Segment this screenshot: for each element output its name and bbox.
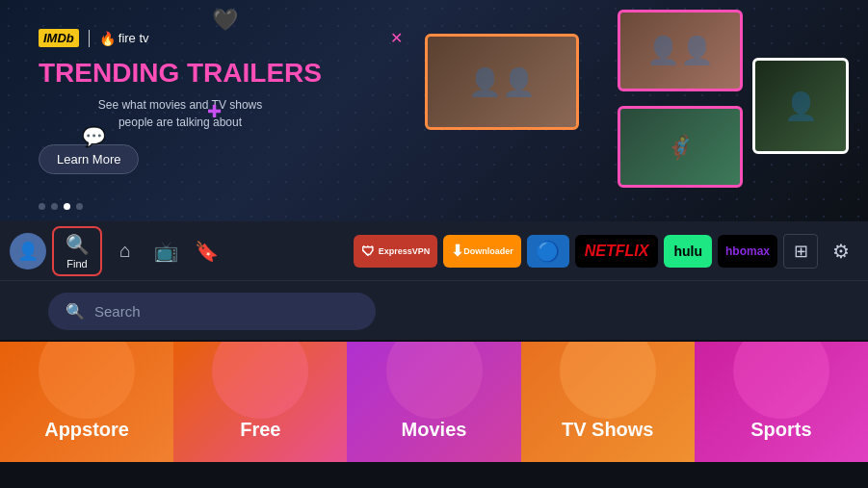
- navigation-bar: 👤 🔍 Find ⌂ 📺 🔖 🛡 ExpressVPN ⬇ Downloader…: [0, 221, 868, 281]
- sports-circle-deco: [733, 342, 829, 419]
- search-icon: 🔍: [66, 302, 85, 321]
- hero-logos: IMDb 🔥 fire tv: [39, 29, 322, 47]
- category-tvshows[interactable]: TV Shows: [521, 342, 695, 462]
- free-label: Free: [240, 419, 280, 441]
- tvshows-label: TV Shows: [562, 419, 654, 441]
- category-tiles: Appstore Free Movies TV Shows Sports: [0, 342, 868, 462]
- settings-button[interactable]: ⚙: [824, 234, 858, 269]
- card-1-content: 👤👤: [428, 37, 576, 127]
- find-label: Find: [66, 258, 87, 270]
- movie-card-3: 🦸‍♀️: [618, 106, 743, 188]
- hero-left-content: IMDb 🔥 fire tv TRENDING TRAILERS See wha…: [39, 29, 322, 174]
- downloader-icon: ⬇: [451, 242, 463, 260]
- gear-icon: ⚙: [832, 240, 850, 263]
- avatar-icon: 👤: [17, 241, 39, 262]
- hbomax-label: hbomax: [725, 244, 770, 258]
- add-apps-button[interactable]: ⊞: [783, 234, 818, 269]
- dot-2: [51, 203, 58, 210]
- card-4-content: 👤: [755, 61, 846, 151]
- app-downloader[interactable]: ⬇ Downloader: [443, 235, 521, 268]
- home-button[interactable]: ⌂: [108, 234, 143, 269]
- expressvpn-label: ExpressVPN: [379, 246, 431, 256]
- app-expressvpn[interactable]: 🛡 ExpressVPN: [354, 235, 438, 268]
- card-3-content: 🦸‍♀️: [620, 109, 740, 185]
- app-hulu[interactable]: hulu: [664, 235, 712, 268]
- netflix-label: NETFLIX: [585, 243, 649, 260]
- hero-title: TRENDING TRAILERS: [39, 59, 322, 89]
- find-search-icon: 🔍: [66, 233, 90, 256]
- category-sports[interactable]: Sports: [695, 342, 868, 462]
- free-circle-deco: [212, 342, 308, 419]
- expressvpn-shield-icon: 🛡: [361, 244, 375, 259]
- sports-label: Sports: [750, 419, 811, 441]
- learn-more-button[interactable]: Learn More: [39, 144, 139, 174]
- movies-label: Movies: [402, 419, 467, 441]
- hulu-label: hulu: [673, 244, 702, 259]
- hero-cards: 👤👤 👤👤 🦸‍♀️ 👤: [367, 0, 849, 221]
- movie-card-2: 👤👤: [618, 10, 743, 91]
- tvshows-circle-deco: [560, 342, 656, 419]
- movie-card-1: 👤👤: [425, 34, 579, 130]
- card-2-content: 👤👤: [620, 13, 740, 89]
- dot-3-active: [64, 203, 70, 210]
- bookmark-icon: 🔖: [195, 240, 219, 263]
- plus-icon: ✚: [207, 101, 222, 122]
- dot-1: [39, 203, 45, 210]
- dot-4: [76, 203, 83, 210]
- find-button[interactable]: 🔍 Find: [52, 226, 102, 276]
- bookmark-button[interactable]: 🔖: [189, 234, 224, 269]
- category-appstore[interactable]: Appstore: [0, 342, 173, 462]
- heart-icon: 🖤: [212, 8, 238, 33]
- app-hbomax[interactable]: hbomax: [718, 235, 777, 268]
- app-netflix[interactable]: NETFLIX: [575, 235, 659, 268]
- flame-icon: 🔥: [99, 31, 116, 46]
- hero-banner: IMDb 🔥 fire tv TRENDING TRAILERS See wha…: [0, 0, 868, 221]
- user-avatar[interactable]: 👤: [10, 233, 46, 270]
- app-blue[interactable]: 🔵: [527, 235, 569, 268]
- hero-carousel-dots: [39, 203, 83, 210]
- appstore-circle-deco: [39, 342, 135, 419]
- search-bar[interactable]: 🔍 Search: [48, 293, 376, 330]
- movie-card-4: 👤: [752, 58, 849, 154]
- grid-plus-icon: ⊞: [794, 241, 808, 262]
- search-placeholder: Search: [94, 303, 141, 320]
- downloader-label: Downloader: [463, 246, 513, 256]
- appstore-label: Appstore: [44, 419, 129, 441]
- movies-circle-deco: [386, 342, 483, 419]
- firetv-logo: 🔥 fire tv: [99, 31, 149, 46]
- blue-app-icon: 🔵: [536, 240, 560, 263]
- message-icon: 💬: [82, 125, 106, 148]
- imdb-logo: IMDb: [39, 29, 79, 47]
- category-free[interactable]: Free: [173, 342, 347, 462]
- tv-button[interactable]: 📺: [148, 234, 183, 269]
- search-section: 🔍 Search: [0, 281, 868, 340]
- logo-divider: [89, 30, 90, 47]
- tv-icon: 📺: [154, 240, 178, 263]
- category-movies[interactable]: Movies: [347, 342, 520, 462]
- home-icon: ⌂: [119, 240, 131, 262]
